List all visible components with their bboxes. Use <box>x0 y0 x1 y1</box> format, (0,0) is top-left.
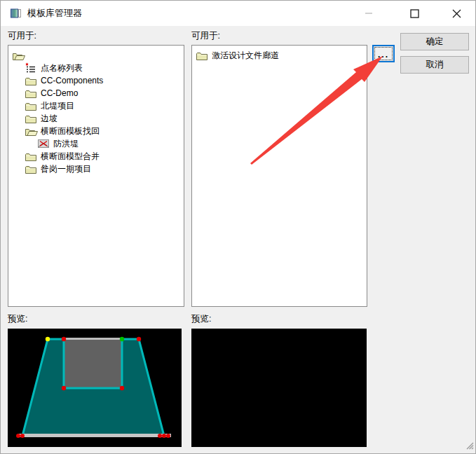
left-available-for-label: 可用于: <box>8 30 36 42</box>
applies-to-list[interactable]: 激活设计文件廊道 <box>191 45 367 307</box>
close-button[interactable] <box>444 3 468 24</box>
right-available-for-label: 可用于: <box>191 30 220 42</box>
tree-item-label: CC-Demo <box>41 88 78 98</box>
tree-item-7[interactable]: 防洪堤 <box>8 137 184 150</box>
tree-item-9[interactable]: 昝岗一期项目 <box>8 163 184 175</box>
tree-item-label: 横断面模型合并 <box>41 151 100 163</box>
tree-item-6[interactable]: 横断面模板找回 <box>8 125 184 137</box>
app-icon <box>11 8 22 19</box>
template-icon <box>38 139 52 148</box>
tree-item-4[interactable]: 北堤项目 <box>8 99 184 112</box>
tree-item-label: 点名称列表 <box>41 62 83 74</box>
folder-icon <box>25 102 39 111</box>
tree-item-1[interactable]: 点名称列表 <box>8 62 184 74</box>
tree-item-label: 防洪堤 <box>53 138 79 150</box>
tree-item-label: 昝岗一期项目 <box>41 163 91 175</box>
inner-square <box>64 340 122 387</box>
resize-grip[interactable] <box>464 440 474 452</box>
tree-item-8[interactable]: 横断面模型合并 <box>8 150 184 163</box>
bottom-strip <box>18 434 171 437</box>
tree-item-label: CC-Components <box>41 76 103 85</box>
cancel-button[interactable]: 取消 <box>400 56 469 74</box>
tree-item-2[interactable]: CC-Components <box>8 74 184 87</box>
title-bar: 模板库管理器 <box>1 1 475 26</box>
tree-item-label: 横断面模板找回 <box>41 125 100 137</box>
tree-item-0[interactable] <box>8 49 184 62</box>
template-library-manager-dialog: 模板库管理器 可用于: 可用于: 点名称列表CC-ComponentsCC-De… <box>0 0 476 454</box>
folder-open-icon <box>13 51 27 60</box>
browse-button-label: ... <box>374 47 393 60</box>
folder-open-icon <box>25 127 39 136</box>
maximize-button[interactable] <box>402 3 426 24</box>
list-item-0[interactable]: 激活设计文件廊道 <box>192 49 367 62</box>
point-list-icon <box>25 62 39 74</box>
minimize-button[interactable] <box>357 3 381 24</box>
right-preview-label: 预览: <box>191 313 211 325</box>
template-tree-list[interactable]: 点名称列表CC-ComponentsCC-Demo北堤项目边坡横断面模板找回防洪… <box>8 45 184 307</box>
folder-icon <box>25 114 39 123</box>
tree-item-label: 北堤项目 <box>41 100 74 112</box>
folder-icon <box>25 76 39 85</box>
browse-button[interactable]: ... <box>372 45 395 62</box>
ok-button[interactable]: 确定 <box>400 33 469 50</box>
left-preview-pane <box>8 329 182 447</box>
folder-icon <box>25 89 39 98</box>
folder-icon <box>196 51 210 60</box>
tree-item-3[interactable]: CC-Demo <box>8 87 184 99</box>
folder-icon <box>25 165 39 174</box>
window-title: 模板库管理器 <box>27 1 82 26</box>
right-preview-pane <box>191 329 367 447</box>
tree-item-5[interactable]: 边坡 <box>8 112 184 125</box>
list-item-label: 激活设计文件廊道 <box>212 50 279 62</box>
left-preview-label: 预览: <box>8 313 27 325</box>
folder-icon <box>25 152 39 161</box>
tree-item-label: 边坡 <box>41 113 57 125</box>
template-cross-section-graphic <box>8 329 182 447</box>
